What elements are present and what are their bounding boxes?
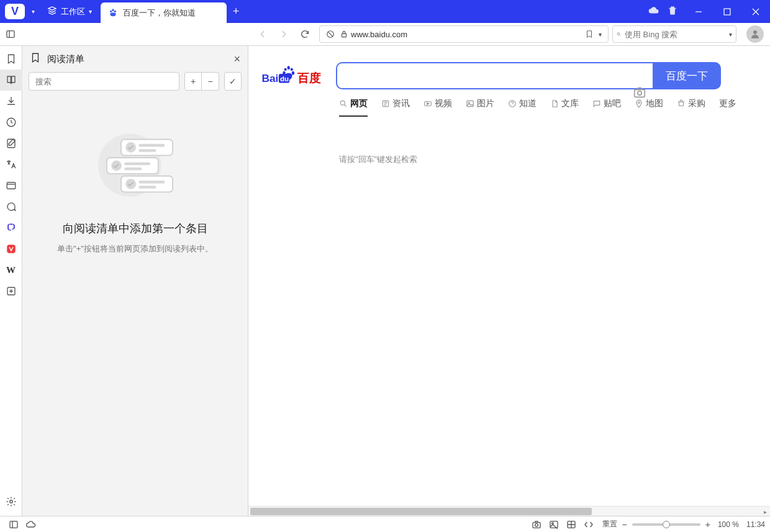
svg-rect-27 — [138, 186, 156, 189]
svg-rect-49 — [550, 521, 558, 528]
baidu-tab-news[interactable]: 资讯 — [381, 98, 410, 117]
panel-add-button[interactable]: + — [184, 72, 202, 91]
rail-chat[interactable] — [0, 196, 22, 217]
status-capture-icon[interactable] — [528, 516, 545, 533]
svg-text:du: du — [280, 75, 289, 83]
rail-wikipedia[interactable]: W — [0, 259, 22, 281]
svg-rect-3 — [724, 9, 730, 15]
window-minimize-button[interactable] — [684, 0, 713, 23]
rail-reading-list[interactable] — [0, 70, 22, 91]
zoom-value: 100 % — [718, 520, 739, 529]
svg-rect-12 — [7, 245, 16, 253]
panel-toggle-button[interactable] — [0, 23, 21, 46]
baidu-search-input[interactable] — [336, 62, 653, 89]
zoom-out-button[interactable]: − — [622, 520, 627, 530]
bookmark-icon[interactable] — [582, 30, 596, 38]
status-panel-toggle[interactable] — [5, 516, 22, 533]
rail-add-panel[interactable] — [0, 281, 22, 302]
status-devtools-icon[interactable] — [580, 516, 597, 533]
rail-window[interactable] — [0, 175, 22, 196]
panel-mark-read-button[interactable]: ✓ — [224, 72, 242, 91]
trash-icon[interactable] — [667, 5, 678, 19]
search-bar[interactable]: ▾ — [612, 25, 736, 43]
baidu-tab-zhidao[interactable]: 知道 — [508, 98, 537, 117]
rail-history[interactable] — [0, 112, 22, 133]
svg-rect-20 — [138, 144, 165, 147]
baidu-logo[interactable]: Bai du 百度 — [261, 63, 324, 88]
status-images-icon[interactable] — [545, 516, 563, 533]
window-close-button[interactable] — [741, 0, 770, 23]
baidu-tab-video[interactable]: 视频 — [424, 98, 452, 117]
search-icon — [617, 30, 621, 38]
scroll-right-arrow[interactable]: ▸ — [760, 507, 770, 516]
chevron-down-icon[interactable]: ▾ — [729, 31, 732, 38]
title-bar: V ▾ 工作区 ▾ 百度一下，你就知道 + — [0, 0, 770, 23]
rail-settings[interactable] — [0, 491, 22, 512]
svg-point-32 — [292, 71, 294, 75]
empty-illustration-icon — [89, 128, 182, 202]
svg-point-8 — [753, 30, 757, 34]
svg-point-38 — [638, 91, 641, 95]
nav-forward-button[interactable] — [273, 23, 294, 46]
status-tiling-icon[interactable] — [563, 516, 580, 533]
horizontal-scrollbar[interactable]: ◂ ▸ — [248, 506, 770, 516]
shield-icon[interactable] — [324, 30, 337, 38]
rail-translate[interactable] — [0, 154, 22, 175]
nav-reload-button[interactable] — [294, 23, 315, 46]
address-bar[interactable]: ▾ — [319, 25, 609, 43]
rail-vivaldi[interactable] — [0, 238, 22, 259]
svg-rect-11 — [7, 183, 16, 189]
url-input[interactable] — [351, 30, 582, 39]
window-maximize-button[interactable] — [713, 0, 741, 23]
scroll-thumb[interactable] — [250, 508, 592, 515]
search-input[interactable] — [621, 30, 729, 39]
panel-search[interactable] — [29, 72, 179, 91]
svg-text:百度: 百度 — [297, 71, 321, 84]
nav-back-button[interactable] — [252, 23, 273, 46]
baidu-tab-image[interactable]: 图片 — [466, 98, 494, 117]
new-tab-button[interactable]: + — [227, 0, 245, 23]
rail-downloads[interactable] — [0, 91, 22, 112]
vivaldi-menu-chevron[interactable]: ▾ — [27, 0, 38, 23]
panel-empty-state: 向阅读清单中添加第一个条目 单击"+"按钮将当前网页添加到阅读列表中。 — [22, 97, 248, 516]
baidu-tab-more[interactable]: 更多 — [719, 98, 736, 117]
svg-rect-46 — [10, 521, 17, 528]
svg-point-29 — [284, 68, 287, 71]
svg-point-48 — [535, 523, 538, 526]
reading-list-icon — [30, 52, 41, 66]
profile-avatar[interactable] — [746, 25, 764, 43]
svg-rect-24 — [124, 168, 142, 171]
status-sync-icon[interactable] — [22, 516, 40, 533]
camera-icon[interactable] — [633, 86, 646, 102]
lock-icon[interactable] — [337, 30, 351, 38]
chevron-down-icon: ▾ — [89, 8, 92, 15]
svg-point-50 — [551, 522, 553, 524]
svg-point-39 — [340, 101, 345, 105]
browser-tab-active[interactable]: 百度一下，你就知道 — [101, 2, 227, 23]
baidu-tab-caigou[interactable]: 采购 — [677, 98, 705, 117]
panel-search-input[interactable] — [35, 77, 173, 86]
tab-title: 百度一下，你就知道 — [123, 7, 196, 19]
baidu-tab-web[interactable]: 网页 — [339, 98, 368, 117]
status-bar: 重置 − + 100 % 11:34 — [0, 516, 770, 532]
baidu-hint-text: 请按"回车"键发起检索 — [248, 117, 770, 165]
vivaldi-logo[interactable]: V — [5, 4, 25, 19]
zoom-slider[interactable] — [632, 523, 700, 526]
baidu-tab-tieba[interactable]: 贴吧 — [592, 98, 621, 117]
svg-point-7 — [617, 33, 620, 35]
baidu-favicon-icon — [108, 8, 118, 18]
svg-point-1 — [114, 10, 116, 12]
chevron-down-icon[interactable]: ▾ — [596, 31, 604, 38]
rail-notes[interactable] — [0, 133, 22, 154]
panel-close-button[interactable]: × — [233, 53, 240, 66]
rail-mastodon[interactable] — [0, 217, 22, 238]
baidu-tab-wenku[interactable]: 文库 — [550, 98, 579, 117]
zoom-slider-knob[interactable] — [663, 521, 670, 528]
sync-cloud-icon[interactable] — [648, 5, 659, 19]
zoom-in-button[interactable]: + — [705, 520, 710, 530]
zoom-reset-button[interactable]: 重置 — [602, 519, 617, 530]
panel-remove-button[interactable]: − — [202, 72, 219, 91]
baidu-search-button[interactable]: 百度一下 — [653, 62, 721, 89]
workspace-button[interactable]: 工作区 ▾ — [38, 0, 101, 23]
rail-bookmarks[interactable] — [0, 48, 22, 70]
